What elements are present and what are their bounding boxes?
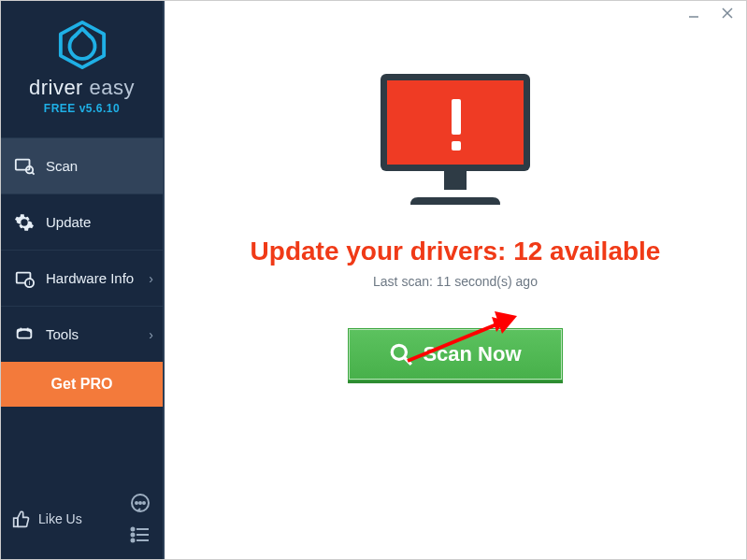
thumbs-up-icon [12, 510, 31, 528]
app-logo-icon [56, 20, 108, 70]
app-name: driver easy [1, 76, 163, 100]
alert-monitor-graphic [366, 66, 544, 220]
sidebar-item-label: Hardware Info [46, 270, 134, 286]
get-pro-button[interactable]: Get PRO [1, 362, 163, 407]
window-controls [681, 3, 740, 23]
scan-now-button[interactable]: Scan Now [348, 328, 563, 381]
sidebar: driver easy FREE v5.6.10 Scan Update i [1, 1, 165, 559]
svg-line-3 [32, 172, 34, 174]
search-icon [389, 342, 413, 366]
chevron-right-icon: › [149, 327, 153, 342]
minimize-icon [688, 7, 699, 19]
brand-word-1: driver [29, 76, 83, 99]
logo-block: driver easy FREE v5.6.10 [1, 1, 163, 126]
scan-now-label: Scan Now [423, 342, 521, 366]
sidebar-item-label: Scan [46, 158, 78, 174]
sidebar-bottom: Like Us [1, 482, 163, 559]
sidebar-item-update[interactable]: Update [1, 194, 163, 250]
hardware-info-icon: i [14, 268, 35, 289]
svg-rect-10 [14, 518, 18, 526]
sidebar-item-hardware-info[interactable]: i Hardware Info › [1, 250, 163, 306]
svg-point-29 [393, 345, 407, 359]
gear-icon [14, 212, 35, 233]
svg-point-19 [132, 539, 135, 542]
svg-rect-1 [16, 159, 30, 169]
feedback-icon[interactable] [129, 492, 151, 514]
minimize-button[interactable] [681, 3, 707, 23]
sidebar-item-label: Update [46, 214, 91, 230]
get-pro-label: Get PRO [51, 376, 113, 393]
like-us-label: Like Us [38, 511, 82, 526]
svg-line-30 [405, 357, 412, 365]
version-label: FREE v5.6.10 [1, 102, 163, 115]
monitor-alert-icon [366, 66, 544, 216]
sidebar-extra-icons [129, 492, 151, 546]
close-button[interactable] [714, 3, 740, 23]
svg-point-17 [132, 534, 135, 537]
sidebar-item-label: Tools [46, 326, 79, 342]
sidebar-item-tools[interactable]: Tools › [1, 306, 163, 362]
sidebar-item-scan[interactable]: Scan [1, 137, 163, 194]
svg-point-14 [143, 502, 145, 504]
main-area: Update your drivers: 12 available Last s… [165, 1, 746, 559]
svg-rect-26 [444, 171, 467, 190]
like-us-button[interactable]: Like Us [12, 510, 82, 528]
svg-point-12 [136, 502, 137, 504]
tools-icon [14, 324, 35, 345]
sidebar-nav: Scan Update i Hardware Info › Tools [1, 137, 163, 407]
scan-icon [14, 156, 35, 177]
svg-point-13 [139, 502, 141, 504]
last-scan-label: Last scan: 11 second(s) ago [373, 274, 538, 289]
svg-rect-28 [452, 141, 461, 151]
brand-word-2: easy [90, 76, 135, 99]
menu-list-icon[interactable] [129, 524, 151, 546]
svg-rect-27 [452, 99, 461, 135]
close-icon [722, 7, 733, 19]
svg-point-15 [132, 528, 135, 531]
update-headline: Update your drivers: 12 available [251, 237, 661, 266]
chevron-right-icon: › [149, 271, 153, 286]
